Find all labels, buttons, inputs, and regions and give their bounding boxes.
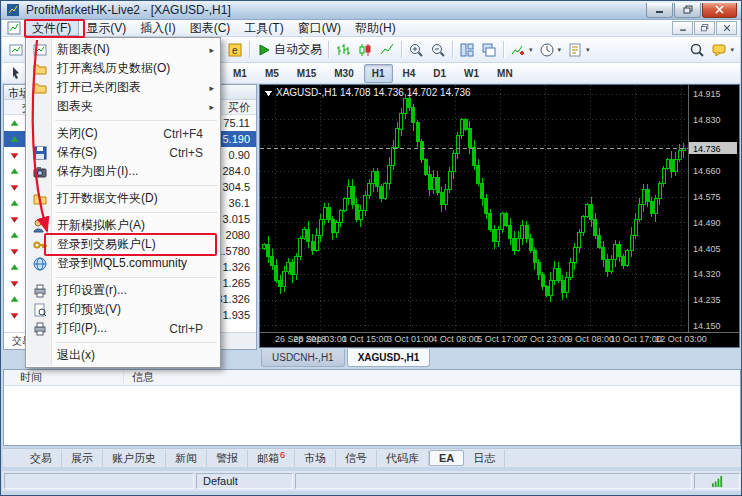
file-menu-item-11[interactable]: 开新模拟帐户(A): [27, 216, 219, 235]
mdi-min-icon: [675, 20, 691, 36]
app-window: ProfitMarketHK-Live2 - [XAGUSD-,H1] 文件(F…: [0, 0, 742, 496]
bottom-tab[interactable]: 账户历史: [103, 450, 166, 467]
mdi-close-button[interactable]: [716, 21, 737, 35]
timeframe-m30[interactable]: M30: [326, 64, 361, 83]
tile-windows-icon: [459, 42, 475, 58]
chart-tab[interactable]: USDCNH-,H1: [261, 349, 345, 367]
menu-separator: [55, 181, 217, 189]
timeframe-d1[interactable]: D1: [425, 64, 454, 83]
bottom-tab[interactable]: 日志: [464, 450, 505, 467]
menu-file[interactable]: 文件(F): [24, 20, 79, 36]
svg-text:7 Oct 23:00: 7 Oct 23:00: [522, 334, 569, 344]
line-chart-icon: [379, 42, 395, 58]
timeframe-mn[interactable]: MN: [489, 64, 521, 83]
terminal-tab-bar: 交易展示账户历史新闻警报邮箱6市场信号代码库EA日志: [3, 448, 741, 467]
chart-panel[interactable]: 14.91514.83014.74514.66014.57514.49014.4…: [259, 84, 740, 348]
candle-chart-button[interactable]: [354, 39, 376, 60]
mail-badge: 6: [280, 451, 285, 460]
menu-separator: [55, 208, 217, 216]
file-menu-item-3[interactable]: 图表夹▸: [27, 97, 219, 116]
bottom-tab[interactable]: 警报: [207, 450, 248, 467]
menu-help[interactable]: 帮助(H): [348, 20, 403, 36]
window-minimize-button[interactable]: [646, 3, 673, 18]
candlestick-chart[interactable]: 14.91514.83014.74514.66014.57514.49014.4…: [260, 85, 739, 347]
file-menu-item-17[interactable]: 打印(P)...Ctrl+P: [27, 319, 219, 338]
printer-icon: [32, 283, 48, 299]
menu-charts[interactable]: 图表(C): [183, 20, 238, 36]
file-menu: 新图表(N)▸打开离线历史数据(O)打开已关闭图表▸图表夹▸关闭(C)Ctrl+…: [25, 37, 221, 368]
bottom-tab[interactable]: 新闻: [166, 450, 207, 467]
menu-shortcut: Ctrl+F4: [163, 127, 219, 141]
bottom-tab[interactable]: 信号: [336, 450, 377, 467]
terminal-column-message: 信息: [124, 370, 740, 385]
file-menu-item-12[interactable]: 登录到交易账户(L): [27, 235, 219, 254]
preview-icon: [32, 302, 48, 318]
svg-text:14.320: 14.320: [693, 269, 721, 279]
bottom-tab[interactable]: EA: [429, 450, 464, 466]
file-menu-item-1[interactable]: 打开离线历史数据(O): [27, 59, 219, 78]
chart-tab[interactable]: XAGUSD-,H1: [347, 349, 431, 367]
line-chart-button[interactable]: [376, 39, 398, 60]
dropdown-arrow-icon: ▾: [529, 46, 533, 54]
file-menu-item-15[interactable]: 打印设置(r)...: [27, 281, 219, 300]
menu-window[interactable]: 窗口(W): [291, 20, 348, 36]
timeframe-m5[interactable]: M5: [257, 64, 287, 83]
menu-insert[interactable]: 插入(I): [133, 20, 182, 36]
timeframe-w1[interactable]: W1: [456, 64, 487, 83]
bottom-tab[interactable]: 市场: [295, 450, 336, 467]
file-menu-item-5[interactable]: 关闭(C)Ctrl+F4: [27, 124, 219, 143]
timeframe-m15[interactable]: M15: [289, 64, 324, 83]
trend-up-icon: [7, 165, 22, 177]
terminal-column-time: 时间: [4, 370, 124, 385]
file-menu-item-6[interactable]: 保存(S)Ctrl+S: [27, 143, 219, 162]
periods-button[interactable]: ▾: [536, 39, 565, 60]
bottom-tab[interactable]: 邮箱6: [248, 450, 295, 467]
menu-separator: [55, 116, 217, 124]
timeframe-h1[interactable]: H1: [364, 64, 393, 83]
search-button[interactable]: [686, 39, 708, 60]
file-menu-item-0[interactable]: 新图表(N)▸: [27, 40, 219, 59]
file-menu-item-13[interactable]: 登录到MQL5.community: [27, 254, 219, 273]
zoom-in-button[interactable]: [405, 39, 427, 60]
autotrading-button[interactable]: 自动交易: [253, 39, 325, 60]
chart-tab-bar: USDCNH-,H1XAGUSD-,H1: [259, 349, 740, 367]
menu-view[interactable]: 显示(V): [79, 20, 133, 36]
file-menu-item-2[interactable]: 打开已关闭图表▸: [27, 78, 219, 97]
file-menu-item-16[interactable]: 打印预览(V): [27, 300, 219, 319]
timeframe-m1[interactable]: M1: [225, 64, 255, 83]
menu-tools[interactable]: 工具(T): [237, 20, 290, 36]
tile-windows-button[interactable]: [456, 39, 478, 60]
bar-chart-button[interactable]: [332, 39, 354, 60]
svg-text:28 Sep 03:00: 28 Sep 03:00: [293, 334, 347, 344]
mdi-minimize-button[interactable]: [672, 21, 693, 35]
trend-down-icon: [7, 149, 22, 161]
templates-button[interactable]: ▾: [564, 39, 593, 60]
timeframe-h4[interactable]: H4: [395, 64, 424, 83]
file-menu-item-9[interactable]: 打开数据文件夹(D): [27, 189, 219, 208]
toolbar-separator: [249, 41, 250, 58]
mdi-window-controls: [671, 20, 740, 36]
zoom-out-button[interactable]: [427, 39, 449, 60]
trend-down-icon: [7, 245, 22, 257]
svg-text:e: e: [232, 45, 238, 56]
svg-text:12 Oct 03:00: 12 Oct 03:00: [655, 334, 707, 344]
indicators-button[interactable]: ▾: [507, 39, 536, 60]
file-menu-item-19[interactable]: 退出(x): [27, 346, 219, 365]
cascade-windows-button[interactable]: [478, 39, 500, 60]
trend-up-icon: [7, 229, 22, 241]
window-restore-button[interactable]: [674, 3, 701, 18]
chat-button[interactable]: ▾: [708, 39, 737, 60]
trend-down-icon: [7, 277, 22, 289]
bottom-tab[interactable]: 展示: [62, 450, 103, 467]
metaeditor-button[interactable]: e: [224, 39, 246, 60]
file-menu-item-7[interactable]: 保存为图片(I)...: [27, 162, 219, 181]
camera-icon: [32, 164, 48, 180]
mdi-restore-button[interactable]: [694, 21, 715, 35]
bottom-tab[interactable]: 代码库: [377, 450, 429, 467]
bottom-tab[interactable]: 交易: [21, 450, 62, 467]
window-close-button[interactable]: [702, 3, 737, 18]
cursor-button[interactable]: [5, 63, 27, 84]
new-chart-icon: [8, 42, 24, 58]
svg-text:4 Oct 08:00: 4 Oct 08:00: [432, 334, 479, 344]
status-profile: Default: [196, 473, 293, 489]
